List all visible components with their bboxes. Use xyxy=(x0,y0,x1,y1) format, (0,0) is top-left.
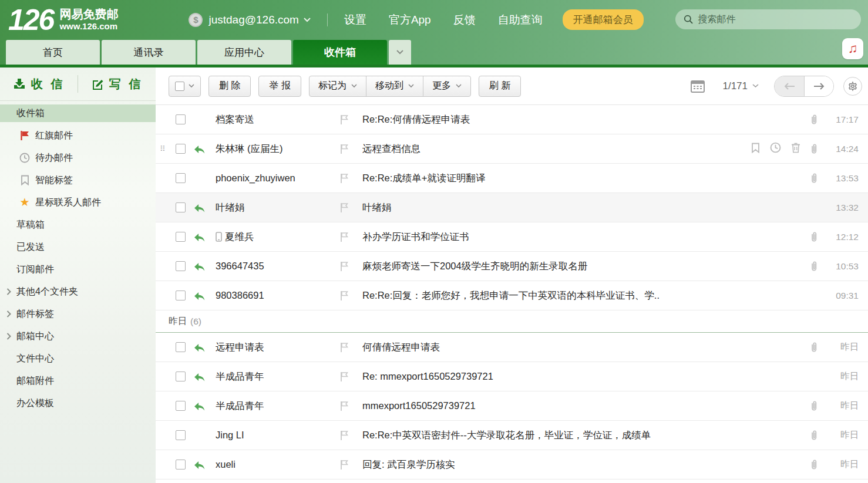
page-indicator[interactable]: 1/171 xyxy=(722,80,759,92)
tab-inbox[interactable]: 收件箱 xyxy=(293,40,387,65)
sidebar-folder-item[interactable]: ★ 文件中心 xyxy=(0,347,156,370)
search-icon xyxy=(684,14,693,25)
mail-row[interactable]: ⠿ 夏维兵 补办学历证书和学位证书 xyxy=(156,222,868,252)
mail-row[interactable]: ⠿ 980386691 Re:Re:回复：老师您好，我想申请一下中英双语的本科毕… xyxy=(156,281,868,310)
tab-list-dropdown[interactable] xyxy=(389,40,411,65)
mail-row[interactable]: ⠿ 半成品青年 mmexport1650529739721 xyxy=(156,391,868,421)
flag-mark-icon[interactable] xyxy=(340,460,351,470)
prev-page-button[interactable] xyxy=(775,76,804,96)
flag-mark-icon[interactable] xyxy=(340,430,351,441)
flag-mark-icon[interactable] xyxy=(340,291,351,301)
nav-settings[interactable]: 设置 xyxy=(344,12,366,28)
select-all-checkbox[interactable] xyxy=(175,82,184,91)
search-input[interactable] xyxy=(698,14,853,25)
mail-checkbox[interactable] xyxy=(176,430,186,440)
sidebar-folder-item[interactable]: ★ 草稿箱 xyxy=(0,214,156,236)
mail-row[interactable]: ⠿ 叶绪娟 叶绪娟 13:32 xyxy=(156,193,868,222)
tab-contacts[interactable]: 通讯录 xyxy=(102,40,196,65)
mark-as-dropdown[interactable]: 标记为 xyxy=(309,76,366,96)
folder-label: 邮箱附件 xyxy=(16,370,54,392)
music-button[interactable]: ♫ xyxy=(842,38,863,59)
report-button[interactable]: 举 报 xyxy=(258,76,301,97)
attachment-icon xyxy=(810,459,820,470)
nav-feedback[interactable]: 反馈 xyxy=(453,12,476,28)
more-dropdown[interactable]: 更多 xyxy=(423,76,470,96)
sidebar-folder-item[interactable]: ★ 其他4个文件夹 xyxy=(0,281,156,303)
account-menu[interactable]: $ justdag@126.com xyxy=(189,13,310,27)
sidebar-folder-item[interactable]: ★ 办公模板 xyxy=(0,392,156,414)
sidebar-folder-item[interactable]: ★ 邮箱中心 xyxy=(0,325,156,347)
sidebar-folder-item[interactable]: ★ 已发送 xyxy=(0,236,156,258)
next-page-button[interactable] xyxy=(804,76,833,96)
drag-handle-icon[interactable]: ⠿ xyxy=(160,134,166,163)
vip-upgrade-button[interactable]: 开通邮箱会员 xyxy=(563,9,644,30)
tab-app-center[interactable]: 应用中心 xyxy=(197,40,291,65)
mail-checkbox[interactable] xyxy=(176,173,186,183)
mail-checkbox[interactable] xyxy=(176,232,186,242)
mail-checkbox[interactable] xyxy=(176,401,186,411)
logo-number: 126 xyxy=(8,5,53,35)
sidebar-folder-item[interactable]: ★ 红旗邮件 xyxy=(0,124,156,147)
sidebar-folder-item[interactable]: ★ 待办邮件 xyxy=(0,147,156,169)
mail-checkbox[interactable] xyxy=(176,342,186,352)
flag-mark-icon[interactable] xyxy=(340,342,351,353)
mail-checkbox[interactable] xyxy=(176,144,186,154)
flag-mark-icon[interactable] xyxy=(340,401,351,411)
mail-checkbox[interactable] xyxy=(176,202,186,212)
mail-subject: Re:Re:何倩倩远程申请表 xyxy=(362,113,810,126)
account-email: justdag@126.com xyxy=(208,13,298,26)
chevron-down-icon xyxy=(752,84,759,88)
mail-checkbox[interactable] xyxy=(176,261,186,271)
mail-sender: 远程申请表 xyxy=(216,341,340,354)
flag-mark-icon[interactable] xyxy=(340,144,351,154)
nav-official-app[interactable]: 官方App xyxy=(389,12,431,28)
mail-sender: phoenix_zhuyiwen xyxy=(216,173,340,184)
mail-checkbox[interactable] xyxy=(176,291,186,300)
mail-checkbox[interactable] xyxy=(176,114,186,124)
page-number: 1/171 xyxy=(722,80,748,92)
mail-sender: Jing LI xyxy=(216,430,340,441)
search-box[interactable] xyxy=(675,9,861,29)
mail-checkbox[interactable] xyxy=(176,460,186,470)
flag-mark-icon[interactable] xyxy=(340,261,351,272)
flag-mark-icon[interactable] xyxy=(340,114,351,125)
select-all-dropdown[interactable] xyxy=(169,76,201,97)
sender-name: 396647435 xyxy=(216,261,264,272)
quick-remind-icon[interactable] xyxy=(770,142,781,156)
mail-row[interactable]: ⠿ 半成品青年 Re: mmexport1650529739721 xyxy=(156,362,868,391)
mail-checkbox[interactable] xyxy=(176,371,186,381)
sidebar-folder-item[interactable]: ★ 智能标签 xyxy=(0,169,156,191)
mail-row[interactable]: ⠿ 396647435 麻烦老师寄送一下2004级学生齐晓明的新生录取名册 xyxy=(156,252,868,281)
tab-home[interactable]: 首页 xyxy=(6,40,100,65)
flag-mark-icon[interactable] xyxy=(340,232,351,242)
flag-mark-icon[interactable] xyxy=(340,202,351,213)
mail-time: 昨日 xyxy=(828,400,859,412)
quick-tag-icon[interactable] xyxy=(751,143,760,156)
write-mail-button[interactable]: 写 信 xyxy=(78,67,156,100)
mail-row[interactable]: ⠿ Jing LI Re:Re:中英双语密封件--大学录取花名册，毕业证，学位证… xyxy=(156,421,868,450)
section-count: (6) xyxy=(190,316,201,327)
sidebar-folder-item[interactable]: ★ 星标联系人邮件 xyxy=(0,191,156,214)
mail-row[interactable]: ⠿ phoenix_zhuyiwen Re:Re:成绩单+就读证明翻译 xyxy=(156,164,868,193)
nav-self-service[interactable]: 自助查询 xyxy=(498,12,543,28)
receive-mail-button[interactable]: 收 信 xyxy=(0,67,78,100)
mail-sender: 叶绪娟 xyxy=(216,201,340,214)
mail-row[interactable]: ⠿ 远程申请表 何倩倩远程申请表 昨 xyxy=(156,333,868,362)
list-settings-button[interactable] xyxy=(843,77,862,96)
sidebar-folder-item[interactable]: ★ 邮箱附件 xyxy=(0,370,156,392)
mail-row[interactable]: ⠿ 档案寄送 Re:Re:何倩倩远程申请表 xyxy=(156,105,868,134)
mail-subject: 麻烦老师寄送一下2004级学生齐晓明的新生录取名册 xyxy=(362,260,810,273)
quick-delete-icon[interactable] xyxy=(791,143,800,156)
sidebar-folder-item[interactable]: ★ 收件箱 xyxy=(0,104,156,122)
flag-mark-icon[interactable] xyxy=(340,371,351,382)
mail-row[interactable]: ⠿ 朱林琳 (应届生) 远程查档信息 xyxy=(156,134,868,164)
sidebar-folder-item[interactable]: ★ 邮件标签 xyxy=(0,303,156,325)
move-to-dropdown[interactable]: 移动到 xyxy=(366,76,423,96)
delete-button[interactable]: 删 除 xyxy=(208,76,251,97)
flag-mark-icon[interactable] xyxy=(340,173,351,184)
mail-row[interactable]: ⠿ xueli 回复: 武百泉学历核实 xyxy=(156,450,868,479)
refresh-button[interactable]: 刷 新 xyxy=(479,76,521,97)
logo[interactable]: 126 网易免费邮 www.126.com xyxy=(8,5,118,35)
calendar-icon[interactable] xyxy=(691,80,705,93)
sidebar-folder-item[interactable]: ★ 订阅邮件 xyxy=(0,258,156,281)
